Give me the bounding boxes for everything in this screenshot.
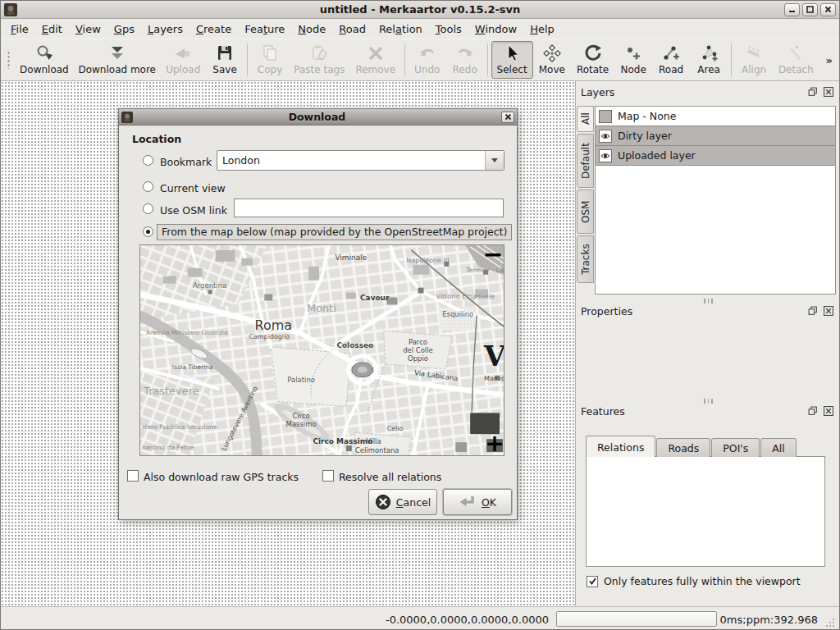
properties-close-button[interactable]: [823, 305, 834, 317]
app-icon: [4, 3, 17, 16]
menu-create[interactable]: Create: [189, 21, 238, 38]
download-button[interactable]: Download: [15, 41, 74, 79]
download-more-button[interactable]: Download more: [74, 41, 160, 79]
menu-window[interactable]: Window: [468, 21, 523, 38]
layer-row-uploaded[interactable]: Uploaded layer: [596, 146, 835, 166]
viewport-only-label: Only features fully within the viewport: [604, 575, 801, 587]
menu-view[interactable]: View: [69, 21, 107, 38]
features-float-button[interactable]: [807, 405, 819, 417]
dock-splitter[interactable]: [576, 399, 840, 404]
coordinates-readout: -0.0000,0.0000,0.0000,0.0000: [386, 614, 549, 626]
dialog-titlebar[interactable]: Download: [119, 109, 517, 126]
gps-tracks-label[interactable]: Also download raw GPS tracks: [144, 471, 299, 483]
eye-icon: [600, 131, 610, 141]
menu-layers[interactable]: Layers: [141, 21, 189, 38]
ok-button[interactable]: OK: [443, 489, 512, 515]
menu-edit[interactable]: Edit: [35, 21, 69, 38]
layers-tab-default[interactable]: Default: [577, 134, 594, 188]
layers-panel-title: Layers: [581, 86, 614, 98]
zoom-out-control[interactable]: −: [483, 244, 504, 268]
resize-grip[interactable]: [825, 618, 836, 628]
layers-float-button[interactable]: [807, 86, 819, 98]
close-button[interactable]: [820, 3, 836, 16]
osm-link-radio-label[interactable]: Use OSM link: [160, 204, 227, 217]
osm-map-preview[interactable]: Viminale Napoleone III Termini - La Arge…: [139, 244, 504, 456]
map-label: Colosseo: [336, 341, 373, 349]
download-dialog: Download Location Bookmark London Curren…: [118, 108, 518, 520]
layer-row-map[interactable]: Map - None: [596, 107, 835, 126]
toolbar-drag-handle[interactable]: [7, 51, 11, 69]
map-label: Vittorio Emanuele: [436, 293, 495, 300]
map-label: Arenula Ministero Giustizia: [146, 329, 228, 336]
features-tab-relations[interactable]: Relations: [586, 436, 655, 457]
map-label: Trastevere: [143, 385, 199, 397]
cancel-button[interactable]: Cancel: [368, 489, 437, 515]
map-label: Isola Tiberina: [172, 363, 213, 371]
road-tool-button[interactable]: Road: [652, 41, 690, 79]
redo-button: Redo: [446, 41, 484, 79]
layers-close-button[interactable]: [823, 86, 834, 98]
features-tab-roads[interactable]: Roads: [656, 438, 710, 457]
map-label: Campidoglio: [249, 333, 290, 340]
layers-tab-osm[interactable]: OSM: [577, 189, 594, 234]
window-titlebar[interactable]: untitled - Merkaartor v0.15.2-svn: [1, 1, 839, 19]
features-close-button[interactable]: [823, 405, 834, 417]
rotate-tool-button[interactable]: Rotate: [571, 41, 614, 79]
map-label: Circo: [292, 412, 309, 420]
features-tab-all[interactable]: All: [760, 438, 797, 457]
map-label: Parco: [409, 338, 427, 346]
features-tab-pois[interactable]: POI's: [711, 438, 760, 457]
bookmark-radio-label[interactable]: Bookmark: [160, 156, 212, 168]
dialog-close-button[interactable]: [501, 112, 514, 123]
save-button[interactable]: Save: [206, 41, 244, 79]
gps-tracks-checkbox[interactable]: [127, 470, 139, 482]
area-tool-button[interactable]: Area: [690, 41, 728, 79]
map-label: Esquilino: [442, 310, 473, 318]
osm-link-input[interactable]: [234, 199, 504, 217]
viewport-only-checkbox[interactable]: [587, 576, 598, 587]
bookmark-combobox[interactable]: London: [217, 150, 504, 171]
map-label: Roma: [255, 317, 292, 333]
osm-link-radio[interactable]: [143, 203, 153, 214]
float-icon: [808, 87, 818, 97]
node-tool-button[interactable]: Node: [614, 41, 652, 79]
menu-node[interactable]: Node: [291, 21, 332, 38]
layer-row-dirty[interactable]: Dirty layer: [596, 126, 835, 146]
menu-road[interactable]: Road: [332, 21, 372, 38]
current-view-radio-label[interactable]: Current view: [160, 182, 226, 194]
menu-feature[interactable]: Feature: [238, 21, 291, 38]
ok-return-icon: [459, 495, 477, 509]
current-view-radio[interactable]: [143, 181, 153, 192]
window-title: untitled - Merkaartor v0.15.2-svn: [1, 3, 839, 16]
layers-tab-all[interactable]: All: [577, 106, 594, 132]
align-icon: [744, 43, 764, 63]
from-map-radio-label[interactable]: From the map below (map provided by the …: [157, 224, 512, 240]
statusbar: -0.0000,0.0000,0.0000,0.0000 0ms;ppm:392…: [1, 606, 839, 630]
dock-splitter[interactable]: [576, 299, 840, 304]
features-list[interactable]: [586, 456, 825, 567]
toolbar-separator: [404, 43, 405, 76]
combo-dropdown-button[interactable]: [485, 151, 504, 170]
layers-tab-tracks[interactable]: Tracks: [577, 235, 594, 283]
layer-visibility-toggle[interactable]: [599, 130, 612, 143]
layer-visibility-toggle[interactable]: [599, 149, 612, 162]
resolve-relations-label[interactable]: Resolve all relations: [339, 471, 441, 483]
menu-file[interactable]: File: [4, 21, 35, 38]
from-map-radio[interactable]: [143, 226, 153, 237]
resolve-relations-checkbox[interactable]: [322, 470, 334, 482]
zoom-in-control[interactable]: +: [485, 430, 504, 456]
maximize-button[interactable]: [802, 3, 818, 16]
properties-float-button[interactable]: [807, 305, 819, 317]
menu-help[interactable]: Help: [523, 21, 561, 38]
menu-tools[interactable]: Tools: [429, 21, 468, 38]
bookmark-radio[interactable]: [143, 155, 153, 166]
layer-checkbox[interactable]: [599, 110, 612, 123]
minimize-button[interactable]: [784, 3, 800, 16]
menu-gps[interactable]: Gps: [107, 21, 141, 38]
move-tool-button[interactable]: Move: [533, 41, 571, 79]
toolbar-overflow-button[interactable]: »: [819, 54, 839, 66]
menu-relation[interactable]: Relation: [372, 21, 429, 38]
map-label: Argentina: [193, 281, 226, 290]
download-more-icon: [107, 43, 127, 63]
select-tool-button[interactable]: Select: [491, 41, 533, 79]
